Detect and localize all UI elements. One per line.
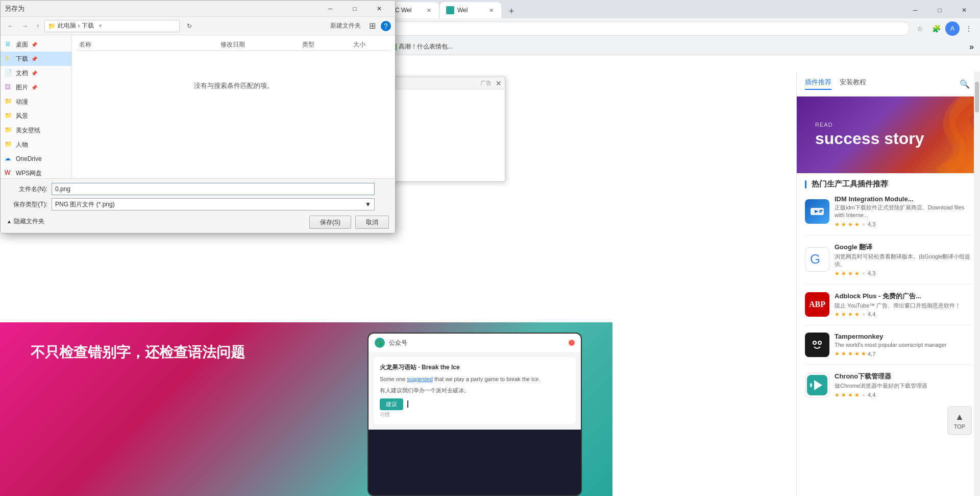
dialog-minimize-btn[interactable]: ─ [318,1,342,17]
documents-icon: 📄 [5,69,13,77]
svg-rect-3 [819,211,822,212]
phone-app-icon: 🐉 [375,338,385,348]
lang-title: 不只检查错别字，还检查语法问题 [31,343,245,362]
idm-info: IDM Integration Module... 正版idm下载软件正式登陆扩… [835,195,972,228]
sidebar-item-wpsdrive[interactable]: W WPS网盘 [1,166,71,178]
suggest-area: 建议 [380,398,570,410]
panel-nav-plugins[interactable]: 插件推荐 [805,78,831,90]
read-label: Read [815,122,924,128]
col-date[interactable]: 修改日期 [217,39,299,50]
wallpaper-folder-icon: 📁 [5,126,13,134]
footer-buttons: 保存(S) 取消 [309,216,389,229]
dialog-refresh-btn[interactable]: ↻ [184,20,195,32]
bookmark-label-6: 高潮！什么表情包... [399,42,453,51]
bookmark-star-btn[interactable]: ☆ [913,21,927,36]
browser-maximize-btn[interactable]: □ [928,2,951,18]
bookmark-6[interactable]: 高潮！什么表情包... [385,41,457,53]
address-path: 此电脑 › 下载 [58,21,94,30]
dialog-toolbar: ← → ↑ 📁 此电脑 › 下载 ▼ ↻ 新建文件夹 ⊞ ? [1,17,395,35]
browser-minimize-btn[interactable]: ─ [903,2,927,18]
section-title-bar [805,180,806,188]
col-type[interactable]: 类型 [299,39,350,50]
panel-nav: 插件推荐 安装教程 [805,78,866,90]
help-btn[interactable]: ? [381,21,391,31]
chat-container: 火龙果习语站 · Break the Ice Some one suggeste… [374,357,576,424]
sidebar-item-label: 人物 [16,140,28,149]
translate-name: Google 翻译 [835,243,972,252]
new-tab-btn[interactable]: + [504,4,519,18]
tab-close-6[interactable]: ✕ [425,6,433,14]
pin-icon: 📌 [31,42,36,48]
adblock-icon: ABP [805,292,829,317]
sidebar-item-onedrive[interactable]: ☁ OneDrive [1,152,71,166]
sidebar-item-scenery[interactable]: 📁 风景 [1,109,71,123]
chat-title: 火龙果习语站 · Break the Ice [380,363,570,372]
idm-desc: 正版idm下载软件正式登陆扩展商店。Download files with In… [835,204,972,220]
panel-header: 插件推荐 安装教程 🔍 [797,72,980,97]
cancel-button[interactable]: 取消 [355,216,389,229]
pin-icon: 📌 [31,70,36,76]
sidebar-item-desktop[interactable]: 🖥 桌面 📌 [1,37,71,52]
scroll-thumb[interactable] [975,82,979,112]
sidebar-item-label: OneDrive [16,155,42,162]
column-headers: 名称 修改日期 类型 大小 [76,39,391,51]
adblock-desc: 阻止 YouTube™ 广告、弹出窗口并抵御恶意软件！ [835,302,972,310]
success-banner-content: Read success story [797,97,980,173]
menu-btn[interactable]: ⋮ [962,21,976,36]
tab-7[interactable]: Wel ✕ [440,2,501,18]
translate-info: Google 翻译 浏览网页时可轻松查看翻译版本。由Google翻译小组提供。 … [835,243,972,277]
browser-close-btn[interactable]: ✕ [952,2,976,18]
filename-input[interactable] [52,183,375,195]
dialog-back-btn[interactable]: ← [5,20,17,32]
sidebar-item-pictures[interactable]: 🖼 图片 📌 [1,80,71,95]
col-size[interactable]: 大小 [350,39,391,50]
ext-item-idm: IDM Integration Module... 正版idm下载软件正式登陆扩… [805,195,972,235]
dialog-maximize-btn[interactable]: □ [343,1,366,17]
save-button[interactable]: 保存(S) [309,216,351,229]
tab-close-7[interactable]: ✕ [487,6,495,14]
new-folder-btn[interactable]: 新建文件夹 [327,20,364,32]
chrono-rating: ★★★★★ 4.4 [835,392,972,398]
chrono-desc: 做Chrome浏览器中最好的下载管理器 [835,382,972,390]
filename-row: 文件名(N): [7,183,389,195]
ad-close-btn[interactable]: ✕ [496,79,502,87]
panel-nav-install[interactable]: 安装教程 [840,78,866,90]
sidebar-item-wallpapers[interactable]: 📁 美女壁纸 [1,123,71,137]
ad-label: 广告 [480,79,492,87]
view-btn[interactable]: ⊞ [366,20,379,32]
filetype-label: 保存类型(T): [7,200,47,209]
filetype-select[interactable]: PNG 图片文件 (*.png) ▼ [52,198,375,210]
idm-rating: ★★★★★ 4.3 [835,221,972,228]
section-title: 热门生产工具插件推荐 [805,179,972,189]
pin-icon: 📌 [31,56,36,62]
dialog-forward-btn[interactable]: → [19,20,31,32]
pin-icon: 📌 [31,85,36,90]
sidebar-item-anime[interactable]: 📁 动漫 [1,95,71,109]
toggle-folders[interactable]: ▲ 隐藏文件夹 [7,217,44,226]
sidebar-item-people[interactable]: 📁 人物 [1,137,71,152]
sidebar-item-downloads[interactable]: ⬇ 下载 📌 [1,52,71,66]
toggle-label: 隐藏文件夹 [14,217,44,226]
col-name[interactable]: 名称 [76,39,217,50]
tampermonkey-icon [805,333,829,357]
phone-header: 🐉 公众号 [369,334,581,352]
profile-btn[interactable]: A [945,21,960,36]
extensions-btn[interactable]: 🧩 [929,21,943,36]
dialog-up-btn[interactable]: ↑ [33,20,42,32]
nav-actions: ☆ 🧩 A ⋮ [913,21,976,36]
dialog-file-content: 名称 修改日期 类型 大小 没有与搜索条件匹配的项。 [72,35,395,178]
scroll-top-btn[interactable]: ▲ TOP [947,406,972,435]
panel-search-btn[interactable]: 🔍 [958,77,972,91]
save-dialog: 另存为 ─ □ ✕ ← → ↑ 📁 此电脑 › 下载 ▼ ↻ [0,0,396,225]
cursor [407,400,408,408]
suggest-btn[interactable]: 建议 [380,398,403,410]
sidebar-item-documents[interactable]: 📄 文档 📌 [1,66,71,80]
chat-zh: 有人建议我们举办一个派对去破冰。 [380,387,570,394]
success-title: success story [815,130,924,148]
adblock-info: Adblock Plus - 免费的广告... 阻止 YouTube™ 广告、弹… [835,292,972,318]
idm-icon [805,199,829,224]
dialog-close-btn[interactable]: ✕ [368,1,391,17]
adblock-rating: ★★★★★ 4.4 [835,311,972,318]
sidebar-item-label: 风景 [16,112,28,121]
bookmarks-overflow[interactable]: » [969,42,974,52]
